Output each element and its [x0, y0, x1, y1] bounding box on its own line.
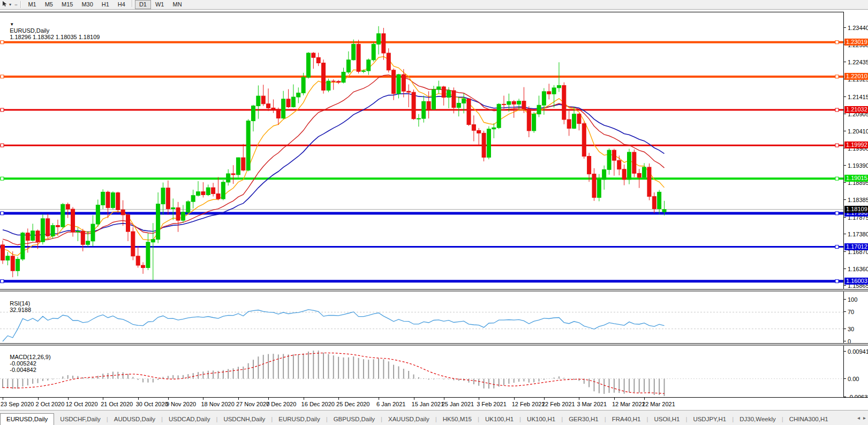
date-tick-label: 3 Mar 2021	[577, 401, 607, 407]
hline-price-tag: 1.16003	[844, 278, 868, 285]
rsi-value: 32.9188	[10, 307, 31, 313]
timeframe-button-D1[interactable]: D1	[135, 0, 151, 9]
chart-tab-12[interactable]: FRA40,H1	[606, 414, 647, 425]
candlestick	[522, 87, 526, 113]
price-axis-label: 1.20410	[844, 128, 868, 135]
price-axis-label: 1.22435	[844, 59, 868, 65]
pane-splitter-macd[interactable]	[0, 343, 868, 346]
line-handle[interactable]	[835, 108, 839, 111]
candlestick	[41, 214, 44, 245]
candlestick	[227, 169, 230, 186]
price-axis[interactable]: 1.234401.229301.224351.219251.214151.209…	[843, 12, 868, 397]
toolbar-grip-icon: ▪▪	[14, 2, 17, 8]
timeframe-button-M15[interactable]: M15	[57, 0, 77, 9]
candlestick	[306, 52, 310, 79]
candlestick	[377, 26, 381, 55]
line-handle[interactable]	[1, 144, 4, 147]
timeframe-button-W1[interactable]: W1	[151, 0, 169, 9]
pane-splitter-rsi[interactable]	[0, 289, 868, 292]
rsi-axis-label: 70	[844, 309, 868, 315]
chart-tab-1[interactable]: USDCHF,Daily	[54, 414, 106, 425]
candlestick	[81, 229, 85, 251]
timeframe-button-M30[interactable]: M30	[77, 0, 97, 9]
line-handle[interactable]	[835, 177, 839, 180]
chart-tab-8[interactable]: HK50,M15	[437, 414, 478, 425]
date-tick-label: 7 Dec 2020	[266, 401, 296, 407]
tab-scroll-left-icon[interactable]: ◂	[857, 415, 860, 421]
candlestick	[582, 122, 586, 159]
chart-tab-6[interactable]: GBPUSD,Daily	[328, 414, 381, 425]
candlestick	[537, 95, 541, 117]
date-tick	[379, 398, 379, 400]
candlestick	[382, 28, 386, 60]
candlestick	[622, 165, 626, 185]
toolbar-separator	[132, 0, 133, 7]
date-tick-label: 12 Mar 2021	[612, 401, 645, 407]
date-tick	[544, 398, 545, 400]
chart-tab-0[interactable]: EURUSD,Daily	[0, 413, 54, 425]
timeframe-button-H1[interactable]: H1	[97, 0, 114, 9]
chart-tab-11[interactable]: GER30,H1	[563, 414, 605, 425]
date-tick	[644, 398, 645, 400]
candlestick	[427, 91, 431, 118]
chart-tab-bar: EURUSD,DailyUSDCHF,Daily|AUDUSD,Daily|US…	[0, 410, 868, 425]
chart-tab-10[interactable]: UK100,H1	[521, 414, 561, 425]
candlestick	[181, 205, 185, 223]
line-handle[interactable]	[1, 280, 4, 283]
price-chart-pane[interactable]	[0, 12, 843, 289]
candlestick	[31, 223, 35, 241]
timeframe-button-H4[interactable]: H4	[114, 0, 130, 9]
candlestick	[206, 184, 210, 196]
timeframe-button-MN[interactable]: MN	[168, 0, 186, 9]
candlestick	[161, 183, 165, 215]
chart-tab-15[interactable]: DJ30,Weekly	[734, 414, 782, 425]
candlestick	[437, 81, 441, 94]
line-handle[interactable]	[835, 212, 839, 215]
candlestick	[316, 53, 320, 66]
line-handle[interactable]	[835, 41, 839, 44]
chart-tab-7[interactable]: XAUUSD,Daily	[382, 414, 435, 425]
candlestick	[146, 233, 150, 270]
chart-tab-14[interactable]: USDJPY,H1	[687, 414, 732, 425]
candlestick	[417, 114, 420, 127]
line-handle[interactable]	[835, 144, 839, 147]
candlestick	[457, 96, 461, 116]
date-tick-label: 18 Nov 2020	[201, 401, 234, 407]
candlestick	[61, 203, 65, 229]
chart-title: ▼ EURUSD,Daily 1.18296 1.18362 1.18035 1…	[3, 14, 100, 47]
chart-tab-13[interactable]: USOil,H1	[648, 414, 685, 425]
rsi-name: RSI(14)	[10, 300, 30, 307]
line-handle[interactable]	[835, 245, 839, 249]
chart-tab-9[interactable]: UK100,H1	[479, 414, 519, 425]
candlestick	[91, 215, 95, 247]
line-handle[interactable]	[1, 108, 4, 111]
timeframe-button-M1[interactable]: M1	[24, 0, 40, 9]
date-tick	[414, 398, 414, 400]
candlestick	[442, 86, 446, 106]
candlestick	[276, 108, 280, 125]
chart-tab-2[interactable]: AUDUSD,Daily	[108, 414, 161, 425]
line-handle[interactable]	[835, 280, 839, 283]
candlestick	[592, 168, 596, 201]
candlestick	[346, 51, 350, 74]
price-axis-label: 1.21415	[844, 94, 868, 100]
date-axis[interactable]: 23 Sep 20202 Oct 202012 Oct 202021 Oct 2…	[0, 397, 868, 410]
tab-scroll-right-icon[interactable]: ▸	[863, 415, 866, 421]
chart-tab-5[interactable]: EURUSD,Daily	[273, 414, 326, 425]
chart-tab-16[interactable]: CHINA300,H1	[783, 414, 834, 425]
line-handle[interactable]	[1, 212, 4, 215]
line-handle[interactable]	[1, 177, 4, 180]
candlestick	[502, 95, 506, 109]
line-handle[interactable]	[1, 75, 4, 78]
cursor-tool-dropdown-icon[interactable]: ▾	[9, 2, 11, 7]
macd-pane[interactable]	[0, 346, 843, 397]
chart-tab-4[interactable]: USDCNH,Daily	[217, 414, 271, 425]
chart-tab-3[interactable]: USDCAD,Daily	[163, 414, 216, 425]
cursor-tool-icon[interactable]	[2, 1, 7, 8]
line-handle[interactable]	[835, 75, 839, 78]
rsi-pane[interactable]	[0, 292, 843, 343]
timeframe-button-M5[interactable]: M5	[41, 0, 57, 9]
date-tick-label: 25 Dec 2020	[336, 401, 369, 407]
chart-title-marker-icon[interactable]: ▼	[10, 22, 14, 27]
candlestick	[367, 58, 371, 75]
